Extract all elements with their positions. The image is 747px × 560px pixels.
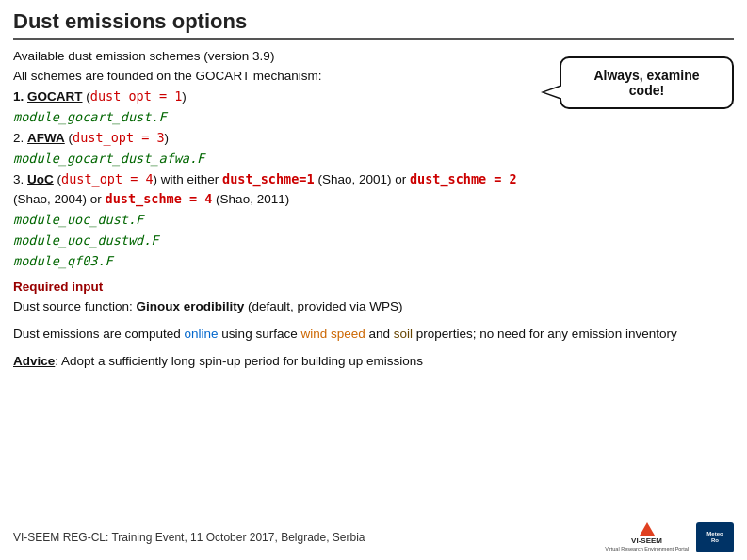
line2: All schemes are founded on the GOCART me… bbox=[13, 69, 321, 83]
scheme3-name: UoC bbox=[27, 172, 54, 186]
advice-section: Advice: Adopt a sufficiently long spin-u… bbox=[13, 352, 734, 372]
required-text-pre: Dust source function: bbox=[13, 299, 137, 313]
viseem-sub-text: Virtual Research Environment Portal bbox=[605, 546, 689, 552]
scheme3-opt: dust_opt = 4 bbox=[61, 171, 154, 186]
scheme1-opt: dust_opt = 1 bbox=[90, 88, 183, 104]
scheme2-opt: dust_opt = 3 bbox=[73, 130, 165, 145]
scheme3-module2: module_uoc_dustwd.F bbox=[13, 232, 158, 248]
line1: Available dust emission schemes (version… bbox=[13, 49, 274, 63]
footer: VI-SEEM REG-CL: Training Event, 11 Octob… bbox=[13, 522, 734, 552]
page-title: Dust emissions options bbox=[13, 9, 247, 33]
scheme2-name: AFWA bbox=[27, 131, 65, 145]
schemes-text: Available dust emission schemes (version… bbox=[13, 47, 550, 272]
required-input-label: Required input bbox=[13, 280, 103, 294]
scheme2-opt-pre: ( bbox=[65, 131, 73, 145]
scheme3-ds3-ref: (Shao, 2011) bbox=[212, 192, 289, 206]
scheme3-ds2-ref: (Shao, 2004) or bbox=[13, 192, 106, 206]
scheme3-ds1-ref: (Shao, 2001) or bbox=[315, 172, 410, 186]
top-section: Available dust emission schemes (version… bbox=[13, 47, 734, 272]
required-text-bold: Ginoux erodibility bbox=[137, 299, 245, 313]
viseem-logo-text: VI-SEEM bbox=[631, 536, 662, 546]
online-text-post: properties; no need for any emission inv… bbox=[413, 327, 677, 341]
online-text-pre: Dust emissions are computed bbox=[13, 327, 185, 341]
page: Dust emissions options Available dust em… bbox=[0, 0, 747, 560]
scheme3-opt-mid: ) with either bbox=[154, 172, 223, 186]
scheme2-module: module_gocart_dust_afwa.F bbox=[13, 151, 204, 166]
footer-text: VI-SEEM REG-CL: Training Event, 11 Octob… bbox=[13, 531, 365, 544]
scheme2-num: 2. bbox=[13, 131, 27, 145]
scheme3-module1: module_uoc_dust.F bbox=[13, 212, 143, 227]
title-bar: Dust emissions options bbox=[13, 9, 734, 40]
speech-bubble: Always, examine code! bbox=[560, 56, 734, 109]
scheme2-opt-post: ) bbox=[165, 131, 170, 145]
meteo-logo: MeteoRo bbox=[696, 522, 734, 552]
scheme1-num: 1. bbox=[13, 89, 27, 104]
scheme3-opt-pre: ( bbox=[54, 172, 61, 186]
content-area: Available dust emission schemes (version… bbox=[13, 47, 734, 379]
scheme3-ds3: dust_schme = 4 bbox=[106, 191, 213, 206]
online-text-online: online bbox=[185, 327, 219, 341]
online-section: Dust emissions are computed online using… bbox=[13, 325, 734, 344]
required-input-section: Required input Dust source function: Gin… bbox=[13, 278, 734, 317]
scheme1-module: module_gocart_dust.F bbox=[13, 109, 167, 124]
viseem-triangle-icon bbox=[640, 522, 655, 536]
speech-bubble-text: Always, examine code! bbox=[593, 68, 699, 98]
advice-text: : Adopt a sufficiently long spin-up peri… bbox=[55, 354, 423, 368]
scheme3-ds2: dust_schme = 2 bbox=[410, 171, 517, 186]
scheme3-module3: module_qf03.F bbox=[13, 253, 113, 268]
footer-logos: VI-SEEM Virtual Research Environment Por… bbox=[605, 522, 734, 552]
scheme3-ds1: dust_schme=1 bbox=[222, 171, 315, 186]
required-text-post: (default, provided via WPS) bbox=[244, 299, 402, 313]
online-text-soil: soil bbox=[394, 327, 413, 341]
meteo-logo-text: MeteoRo bbox=[706, 531, 723, 544]
scheme1-opt-pre: ( bbox=[83, 89, 90, 104]
viseem-logo: VI-SEEM Virtual Research Environment Por… bbox=[605, 522, 689, 552]
scheme1-opt-post: ) bbox=[182, 89, 187, 104]
online-text-mid: using surface bbox=[219, 327, 301, 341]
online-text-wind: wind speed bbox=[300, 327, 365, 341]
scheme3-num: 3. bbox=[13, 172, 27, 186]
scheme1-name: GOCART bbox=[27, 89, 83, 104]
online-text-mid2: and bbox=[365, 327, 394, 341]
advice-label: Advice bbox=[13, 354, 55, 368]
